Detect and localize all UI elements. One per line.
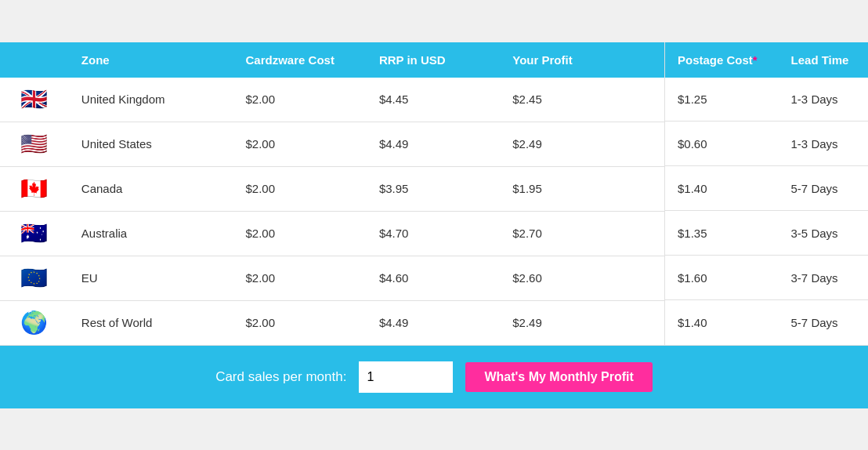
rrp-cell: $4.70 <box>367 211 500 256</box>
eu-flag: 🇪🇺 <box>0 256 69 300</box>
cardzware-cost-cell: $2.00 <box>233 78 367 122</box>
rrp-cell: $4.60 <box>367 256 500 300</box>
profit-cell: $1.95 <box>500 166 664 211</box>
profit-cell: $2.60 <box>500 256 664 300</box>
postage-row: $1.40 5-7 Days <box>665 166 869 211</box>
table-row: 🌍 Rest of World $2.00 $4.49 $2.49 <box>0 300 664 345</box>
cardzware-cost-cell: $2.00 <box>233 166 367 211</box>
cardzware-cost-cell: $2.00 <box>233 300 367 345</box>
rrp-header: RRP in USD <box>367 42 500 78</box>
lead-time-cell: 5-7 Days <box>779 300 868 345</box>
cardzware-cost-header: Cardzware Cost <box>233 42 367 78</box>
table-row: 🇨🇦 Canada $2.00 $3.95 $1.95 <box>0 166 664 211</box>
profit-cell: $2.49 <box>500 122 664 166</box>
uk-flag: 🇬🇧 <box>0 78 69 122</box>
postage-row: $1.25 1-3 Days <box>665 78 869 122</box>
profit-cell: $2.70 <box>500 211 664 256</box>
required-star: * <box>753 53 758 67</box>
cardzware-cost-cell: $2.00 <box>233 211 367 256</box>
zone-cell: Rest of World <box>69 300 233 345</box>
postage-row: $0.60 1-3 Days <box>665 122 869 166</box>
postage-row: $1.35 3-5 Days <box>665 211 869 256</box>
lead-time-cell: 5-7 Days <box>779 166 868 211</box>
lead-time-cell: 3-5 Days <box>779 211 868 256</box>
postage-row: $1.60 3-7 Days <box>665 256 869 300</box>
card-sales-label: Card sales per month: <box>215 369 346 385</box>
cardzware-cost-cell: $2.00 <box>233 122 367 166</box>
main-container: Zone Cardzware Cost RRP in USD Your Prof… <box>0 42 868 408</box>
postage-cost-cell: $1.40 <box>665 166 779 211</box>
rrp-cell: $4.49 <box>367 300 500 345</box>
zone-cell: EU <box>69 256 233 300</box>
table-row: 🇪🇺 EU $2.00 $4.60 $2.60 <box>0 256 664 300</box>
lead-time-cell: 3-7 Days <box>779 256 868 300</box>
zone-cell: Canada <box>69 166 233 211</box>
rrp-cell: $4.49 <box>367 122 500 166</box>
postage-cost-cell: $0.60 <box>665 122 779 166</box>
us-flag: 🇺🇸 <box>0 122 69 166</box>
ca-flag: 🇨🇦 <box>0 166 69 211</box>
lead-time-cell: 1-3 Days <box>779 122 868 166</box>
world-flag: 🌍 <box>0 300 69 345</box>
postage-table: Postage Cost* Lead Time $1.25 1-3 Days $… <box>664 42 868 346</box>
postage-cost-header: Postage Cost* <box>665 42 779 78</box>
lead-time-header: Lead Time <box>779 42 868 78</box>
postage-cost-cell: $1.60 <box>665 256 779 300</box>
table-section: Zone Cardzware Cost RRP in USD Your Prof… <box>0 42 868 346</box>
au-flag: 🇦🇺 <box>0 211 69 256</box>
monthly-profit-button[interactable]: What's My Monthly Profit <box>465 362 652 392</box>
postage-cost-cell: $1.35 <box>665 211 779 256</box>
pricing-table: Zone Cardzware Cost RRP in USD Your Prof… <box>0 42 664 346</box>
postage-row: $1.40 5-7 Days <box>665 300 869 345</box>
profit-cell: $2.45 <box>500 78 664 122</box>
rrp-cell: $4.45 <box>367 78 500 122</box>
cardzware-cost-cell: $2.00 <box>233 256 367 300</box>
table-row: 🇦🇺 Australia $2.00 $4.70 $2.70 <box>0 211 664 256</box>
zone-cell: United Kingdom <box>69 78 233 122</box>
card-sales-input[interactable] <box>359 361 453 393</box>
table-row: 🇺🇸 United States $2.00 $4.49 $2.49 <box>0 122 664 166</box>
profit-header: Your Profit <box>500 42 664 78</box>
postage-cost-cell: $1.25 <box>665 78 779 122</box>
profit-cell: $2.49 <box>500 300 664 345</box>
zone-header: Zone <box>69 42 233 78</box>
footer-bar: Card sales per month: What's My Monthly … <box>0 346 868 408</box>
lead-time-cell: 1-3 Days <box>779 78 868 122</box>
table-row: 🇬🇧 United Kingdom $2.00 $4.45 $2.45 <box>0 78 664 122</box>
rrp-cell: $3.95 <box>367 166 500 211</box>
zone-cell: Australia <box>69 211 233 256</box>
postage-cost-cell: $1.40 <box>665 300 779 345</box>
zone-cell: United States <box>69 122 233 166</box>
flag-header <box>0 42 69 78</box>
